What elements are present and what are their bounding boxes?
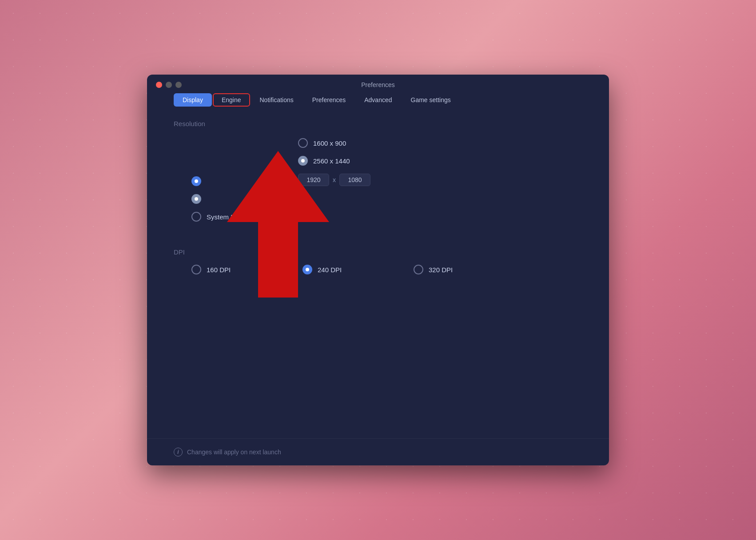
tab-bar: Display Engine Notifications Preferences… — [147, 93, 609, 107]
resolution-option-system-default[interactable]: System Default — [191, 212, 289, 222]
footer-text: Changes will apply on next launch — [187, 449, 281, 456]
info-icon: i — [174, 448, 183, 457]
radio-2560x1440[interactable] — [298, 156, 308, 166]
resolution-option-2560x1440[interactable]: 2560 x 1440 — [298, 156, 582, 166]
radio-1600x900[interactable] — [298, 138, 308, 148]
tab-engine[interactable]: Engine — [213, 93, 250, 107]
tab-notifications[interactable]: Notifications — [251, 93, 302, 107]
separator-label: x — [333, 176, 336, 183]
window-title: Preferences — [361, 81, 394, 88]
tab-game-settings[interactable]: Game settings — [402, 93, 460, 107]
dpi-section: DPI 160 DPI 240 DPI 320 DPI — [174, 248, 582, 274]
dpi-label-320: 320 DPI — [429, 266, 453, 274]
title-bar: Preferences — [147, 75, 609, 93]
dpi-option-240[interactable]: 240 DPI — [302, 265, 391, 274]
close-button[interactable] — [156, 82, 162, 88]
footer: i Changes will apply on next launch — [147, 438, 609, 465]
dpi-options-row: 160 DPI 240 DPI 320 DPI — [174, 265, 582, 274]
resolution-option-native[interactable]: Native — [191, 194, 289, 204]
tab-display[interactable]: Display — [174, 93, 212, 107]
traffic-lights — [156, 82, 182, 88]
maximize-button[interactable] — [175, 82, 182, 88]
minimize-button[interactable] — [166, 82, 172, 88]
tab-advanced[interactable]: Advanced — [355, 93, 401, 107]
resolution-option-1600x900[interactable]: 1600 x 900 — [298, 138, 582, 148]
custom-width-input[interactable] — [298, 174, 329, 186]
radio-native[interactable] — [191, 194, 201, 204]
dpi-option-320[interactable]: 320 DPI — [414, 265, 502, 274]
resolution-section: Resolution 1280 x 720 1920 x 1080 — [174, 120, 582, 222]
resolution-label-system-default: System Default — [207, 213, 252, 221]
radio-1920x1080[interactable] — [191, 176, 201, 186]
resolution-option-1920x1080[interactable]: 1920 x 1080 — [191, 176, 289, 186]
preferences-window: Preferences Display Engine Notifications… — [147, 75, 609, 465]
radio-dpi-320[interactable] — [414, 265, 423, 274]
custom-height-input[interactable] — [339, 174, 370, 186]
dpi-label: DPI — [174, 248, 582, 256]
tab-preferences[interactable]: Preferences — [303, 93, 354, 107]
radio-system-default[interactable] — [191, 212, 201, 222]
radio-dpi-160[interactable] — [191, 265, 201, 274]
custom-resolution-row: x — [298, 174, 582, 186]
resolution-label: Resolution — [174, 120, 582, 127]
resolution-label-1600x900: 1600 x 900 — [313, 139, 346, 147]
dpi-label-240: 240 DPI — [318, 266, 342, 274]
dpi-option-160[interactable]: 160 DPI — [191, 265, 280, 274]
resolution-label-2560x1440: 2560 x 1440 — [313, 157, 350, 165]
content-area: Resolution 1280 x 720 1920 x 1080 — [147, 115, 609, 438]
radio-dpi-240[interactable] — [302, 265, 312, 274]
dpi-label-160: 160 DPI — [207, 266, 231, 274]
